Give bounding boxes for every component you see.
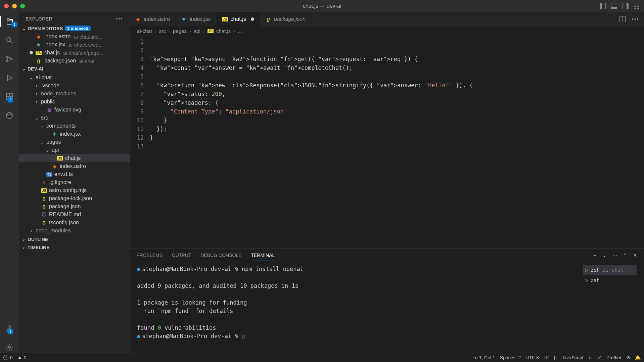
notifications-icon[interactable]: 🔔 [635,355,641,360]
item-label: env.d.ts [54,171,73,177]
code-content[interactable]: "kw">export "kw">async "kw2">function "f… [150,37,644,248]
session-name: zsh [591,276,600,285]
file-item[interactable]: JSchat.js [19,154,130,162]
file-item[interactable]: ◊.gitignore [19,178,130,186]
folder-item[interactable]: ›public [19,98,130,106]
breadcrumbs[interactable]: ai-chat›src›pages›api›JSchat.js›... [130,26,644,36]
customize-layout-icon[interactable] [634,3,640,9]
toggle-primary-sidebar-icon[interactable] [600,3,606,9]
editor-tab[interactable]: JSchat.js [217,12,260,26]
code-editor[interactable]: 12345678910111213 "kw">export "kw">async… [130,36,644,248]
settings-gear-icon[interactable] [4,342,15,353]
account-icon[interactable]: 1 [4,323,15,334]
warnings-count[interactable]: 0 [17,355,27,360]
chevron-right-icon: › [169,28,170,34]
project-label: DEV-AI [28,66,43,72]
folder-item[interactable]: ›node_modules [19,90,130,98]
folder-item[interactable]: ›.vscode [19,82,130,90]
breadcrumb-item[interactable]: ai-chat [137,28,152,34]
source-control-icon[interactable] [4,54,15,64]
terminal-session[interactable]: ▷zsh [583,275,637,286]
file-item[interactable]: JSastro.config.mjs [19,186,130,194]
editor-tab[interactable]: {}package.json [260,12,311,26]
split-editor-icon[interactable] [619,16,626,22]
edge-tools-icon[interactable] [4,110,15,121]
timeline-header[interactable]: › TIMELINE [19,243,130,252]
file-item[interactable]: ⓘREADME.md [19,211,130,219]
terminal-output[interactable]: stephan@MacBook-Pro dev-ai % npm install… [137,265,580,349]
panel-tab-output[interactable]: OUTPUT [172,253,191,258]
editor-tab[interactable]: ⚛index.jsx [176,12,216,26]
open-editor-item[interactable]: JSchat.jsai-chat/src/page... [21,49,130,57]
breadcrumb-item[interactable]: api [194,28,200,34]
item-label: public [41,99,55,105]
terminal-body[interactable]: stephan@MacBook-Pro dev-ai % npm install… [130,262,644,353]
explorer-icon[interactable]: 1 [0,16,19,27]
outline-header[interactable]: › OUTLINE [19,235,130,243]
svg-point-2 [7,60,8,62]
chevron-down-icon: ⌄ [21,66,26,72]
toggle-secondary-sidebar-icon[interactable] [623,3,629,9]
terminal-session[interactable]: ▷zsh ai-chat [583,265,637,275]
item-label: components [46,123,76,129]
breadcrumb-item[interactable]: src [159,28,166,34]
panel-more-icon[interactable]: ⋯ [612,253,617,258]
breadcrumb-item[interactable]: pages [173,28,187,34]
errors-count[interactable]: ✕0 [3,355,13,360]
folder-item[interactable]: ⌄ai-chat [19,74,130,82]
error-lens-icon[interactable]: ⊘ [626,355,630,360]
eol[interactable]: LF [544,355,549,360]
breadcrumb-item[interactable]: ... [238,28,242,34]
folder-item[interactable]: ⌄api [19,146,130,154]
open-editor-item[interactable]: ⚛index.jsxai-chat/src/co... [21,41,130,49]
panel-tab-debug-console[interactable]: DEBUG CONSOLE [200,253,241,258]
close-panel-icon[interactable]: ✕ [633,253,637,258]
prettier-status[interactable]: ✓ Prettier [598,355,622,360]
file-item[interactable]: {}package-lock.json [19,194,130,202]
close-window-button[interactable] [4,4,9,8]
open-editors-list: ◆index.astroai-chat/src/...⚛index.jsxai-… [19,33,130,65]
open-editors-header[interactable]: ⌄ OPEN EDITORS 1 unsaved [19,24,130,33]
editor-more-icon[interactable]: ••• [632,16,639,22]
open-editor-item[interactable]: {}package.jsonai-chat [21,57,130,65]
file-item[interactable]: {}package.json [19,202,130,211]
folder-item[interactable]: ⌄src [19,114,130,122]
file-item[interactable]: ◆index.astro [19,162,130,170]
extensions-icon[interactable]: 2 [4,91,15,102]
panel-tab-terminal[interactable]: TERMINAL [251,253,275,261]
file-icon: ◆ [135,17,141,22]
cursor-position[interactable]: Ln 1, Col 1 [472,355,495,360]
file-item[interactable]: ▧favicon.svg [19,106,130,114]
maximize-panel-icon[interactable]: ⌃ [623,253,627,258]
new-terminal-icon[interactable]: + [594,253,596,258]
minimize-window-button[interactable] [12,4,17,8]
sidebar-more-icon[interactable]: ••• [116,16,123,21]
svg-rect-5 [6,94,9,96]
open-editor-item[interactable]: ◆index.astroai-chat/src/... [21,33,130,41]
file-item[interactable]: {}tsconfig.json [19,219,130,227]
account-badge: 1 [7,328,13,334]
terminal-dropdown-icon[interactable]: ⌄ [602,253,606,258]
toggle-panel-icon[interactable] [611,3,617,9]
panel-tab-problems[interactable]: PROBLEMS [136,253,163,258]
folder-item[interactable]: ⌄pages [19,138,130,146]
feedback-icon[interactable]: ☺ [588,355,593,360]
maximize-window-button[interactable] [20,4,25,8]
editor-tab[interactable]: ◆index.astro [130,12,176,26]
run-debug-icon[interactable] [4,73,15,83]
folder-item[interactable]: ⌄components [19,122,130,130]
encoding[interactable]: UTF-8 [525,355,539,360]
search-icon[interactable] [4,35,15,46]
file-icon: JS [208,29,214,33]
file-item[interactable]: TSenv.d.ts [19,170,130,178]
file-icon: {} [41,196,47,201]
indentation[interactable]: Spaces: 2 [500,355,521,360]
project-header[interactable]: ⌄ DEV-AI [19,65,130,73]
item-label: .vscode [41,83,59,89]
language-mode[interactable]: {} JavaScript [554,355,584,360]
folder-item[interactable]: ›node_modules [19,227,130,235]
file-icon: {} [41,220,47,225]
explorer-sidebar: EXPLORER ••• ⌄ OPEN EDITORS 1 unsaved ◆i… [19,12,130,353]
breadcrumb-item[interactable]: chat.js [216,28,231,34]
file-item[interactable]: ⚛index.jsx [19,130,130,138]
